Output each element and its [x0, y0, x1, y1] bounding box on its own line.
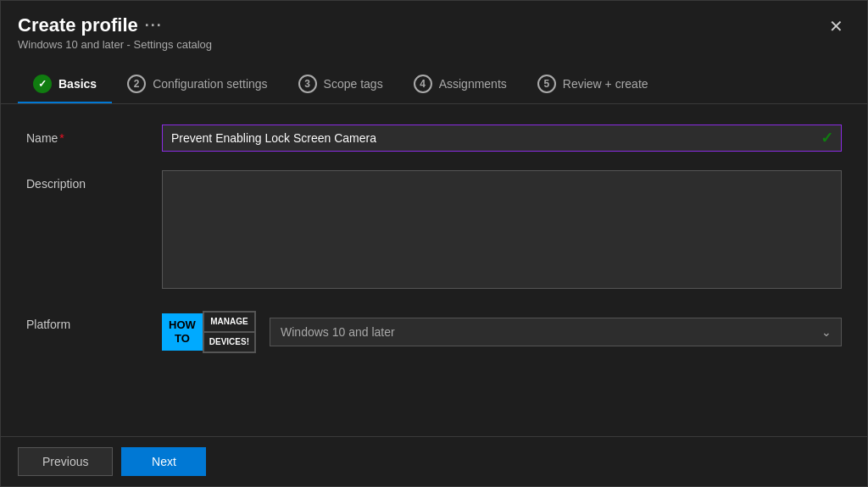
dialog-title: Create profile ··· [18, 14, 212, 36]
step-configuration-icon: 2 [127, 75, 146, 93]
platform-controls: HOWTO MANAGE DEVICES! Windows 10 and lat… [162, 311, 842, 353]
platform-row: Platform HOWTO MANAGE DEVICES! Windows 1… [26, 311, 842, 353]
step-review-label: Review + create [563, 77, 648, 91]
dialog-title-dots: ··· [145, 17, 163, 35]
name-input-wrapper: ✓ [162, 125, 842, 152]
platform-select-wrapper: Windows 10 and later Windows 8.1 and lat… [270, 318, 842, 346]
form-content: Name* ✓ Description Platform [1, 104, 867, 436]
step-basics-label: Basics [58, 77, 97, 91]
step-configuration-label: Configuration settings [153, 77, 267, 91]
logo-how: HOWTO [162, 313, 203, 350]
step-assignments[interactable]: 4 Assignments [398, 66, 522, 103]
logo-manage: MANAGE [203, 311, 256, 333]
step-review[interactable]: 5 Review + create [522, 66, 664, 103]
name-valid-check-icon: ✓ [821, 129, 833, 147]
step-basics-icon: ✓ [33, 75, 52, 93]
dialog-footer: Previous Next [1, 436, 867, 486]
previous-button[interactable]: Previous [18, 447, 113, 476]
description-input[interactable] [162, 170, 842, 289]
dialog-header: Create profile ··· Windows 10 and later … [1, 1, 867, 58]
step-scope[interactable]: 3 Scope tags [283, 66, 398, 103]
step-assignments-label: Assignments [439, 77, 507, 91]
name-field: ✓ [162, 125, 842, 152]
step-configuration[interactable]: 2 Configuration settings [112, 66, 282, 103]
dialog-title-text: Create profile [18, 14, 138, 36]
description-row: Description [26, 170, 842, 292]
close-button[interactable]: ✕ [822, 14, 850, 38]
name-required-star: * [59, 131, 64, 145]
platform-label: Platform [26, 311, 162, 331]
dialog-subtitle: Windows 10 and later - Settings catalog [18, 38, 212, 51]
description-label: Description [26, 170, 162, 191]
step-review-icon: 5 [537, 75, 556, 93]
description-field [162, 170, 842, 292]
step-scope-label: Scope tags [324, 77, 383, 91]
steps-bar: ✓ Basics 2 Configuration settings 3 Scop… [1, 58, 867, 104]
logo-devices: DEVICES! [203, 333, 256, 353]
howtodevices-logo: HOWTO MANAGE DEVICES! [162, 311, 256, 353]
name-input[interactable] [162, 125, 842, 152]
create-profile-dialog: Create profile ··· Windows 10 and later … [0, 0, 868, 487]
step-scope-icon: 3 [298, 75, 317, 93]
name-label: Name* [26, 125, 162, 145]
platform-select[interactable]: Windows 10 and later Windows 8.1 and lat… [270, 318, 842, 346]
step-assignments-icon: 4 [414, 75, 432, 93]
dialog-header-left: Create profile ··· Windows 10 and later … [18, 14, 212, 51]
step-basics[interactable]: ✓ Basics [18, 66, 112, 103]
name-row: Name* ✓ [26, 125, 842, 152]
next-button[interactable]: Next [121, 447, 206, 476]
